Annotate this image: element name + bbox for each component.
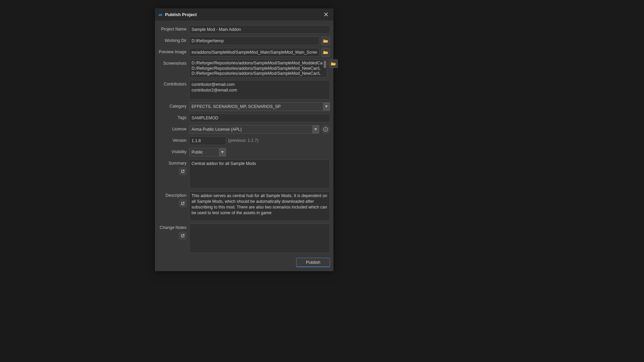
dialog-title: Publish Project bbox=[165, 12, 319, 17]
change-notes-label: Change Notes bbox=[160, 225, 186, 230]
scrollbar-thumb[interactable] bbox=[324, 61, 326, 68]
category-label: Category bbox=[169, 104, 186, 109]
publish-project-dialog: Publish Project Project Name Working Dir bbox=[155, 8, 333, 271]
list-item[interactable]: D:/Reforger/Repositories/addons/SampleMo… bbox=[192, 66, 323, 71]
contributors-input[interactable] bbox=[189, 80, 330, 100]
description-label: Description bbox=[165, 193, 186, 198]
license-dropdown-button[interactable] bbox=[312, 125, 319, 134]
list-item[interactable]: D:/Reforger/Repositories/addons/SampleMo… bbox=[192, 61, 323, 66]
chevron-down-icon bbox=[221, 151, 224, 153]
screenshots-browse-button[interactable] bbox=[329, 59, 338, 68]
license-label: License bbox=[172, 127, 186, 131]
help-icon: ? bbox=[323, 127, 328, 132]
working-dir-input[interactable] bbox=[189, 37, 319, 45]
visibility-label: Visibility bbox=[171, 149, 186, 154]
working-dir-label: Working Dir bbox=[165, 38, 186, 43]
version-label: Version bbox=[172, 138, 186, 143]
summary-label: Summary bbox=[169, 161, 186, 166]
close-button[interactable] bbox=[321, 10, 331, 19]
screenshots-label: Screenshots bbox=[163, 61, 186, 66]
publish-button[interactable]: Publish bbox=[296, 258, 330, 267]
visibility-dropdown-button[interactable] bbox=[219, 148, 226, 157]
license-select[interactable] bbox=[189, 125, 319, 134]
summary-input[interactable] bbox=[189, 159, 330, 189]
preview-image-label: Preview Image bbox=[159, 50, 186, 54]
preview-image-browse-button[interactable] bbox=[321, 48, 330, 57]
app-icon bbox=[158, 12, 163, 17]
summary-popout-button[interactable] bbox=[179, 168, 186, 175]
external-link-icon bbox=[181, 169, 185, 173]
preview-image-input[interactable] bbox=[189, 48, 319, 57]
folder-open-icon bbox=[323, 50, 328, 55]
category-select[interactable] bbox=[189, 102, 330, 111]
previous-version-hint: (previous: 1.1.7) bbox=[228, 136, 258, 143]
screenshots-list[interactable]: D:/Reforger/Repositories/addons/SampleMo… bbox=[189, 59, 327, 77]
contributors-label: Contributors bbox=[164, 82, 186, 86]
chevron-down-icon bbox=[325, 106, 328, 108]
folder-open-icon bbox=[323, 39, 328, 43]
description-popout-button[interactable] bbox=[179, 200, 186, 207]
change-notes-popout-button[interactable] bbox=[179, 232, 186, 239]
folder-open-icon bbox=[331, 61, 336, 66]
svg-text:?: ? bbox=[325, 128, 327, 131]
list-item[interactable]: D:/Reforger/Repositories/addons/SampleMo… bbox=[192, 76, 323, 77]
change-notes-input[interactable] bbox=[189, 224, 330, 253]
description-input[interactable] bbox=[189, 191, 330, 221]
titlebar[interactable]: Publish Project bbox=[155, 8, 333, 20]
external-link-icon bbox=[181, 201, 185, 205]
dialog-body: Project Name Working Dir Preview Image bbox=[155, 20, 333, 271]
list-item[interactable]: D:/Reforger/Repositories/addons/SampleMo… bbox=[192, 71, 323, 76]
project-name-label: Project Name bbox=[161, 27, 186, 32]
external-link-icon bbox=[181, 234, 185, 238]
project-name-input[interactable] bbox=[189, 25, 330, 34]
version-input[interactable] bbox=[189, 136, 226, 145]
tags-label: Tags bbox=[178, 115, 186, 120]
license-help-button[interactable]: ? bbox=[321, 125, 330, 134]
chevron-down-icon bbox=[314, 128, 317, 130]
tags-input[interactable] bbox=[189, 114, 330, 122]
working-dir-browse-button[interactable] bbox=[321, 37, 330, 45]
category-dropdown-button[interactable] bbox=[323, 102, 330, 111]
